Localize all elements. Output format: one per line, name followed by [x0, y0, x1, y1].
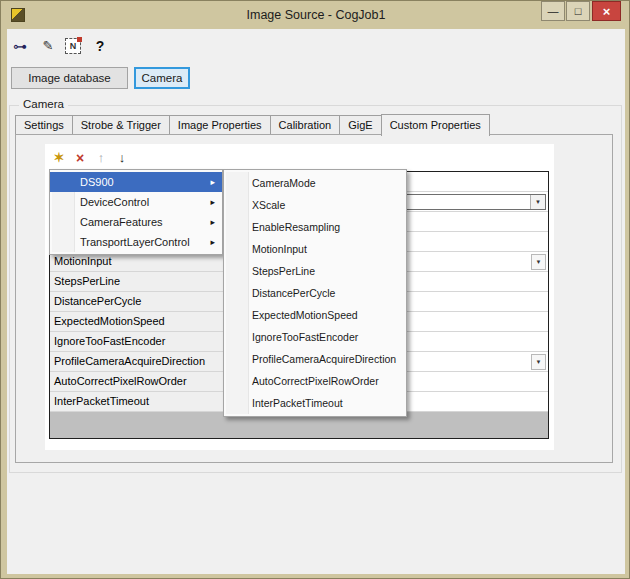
maximize-icon: □	[575, 5, 582, 17]
help-icon[interactable]: ?	[91, 37, 109, 55]
dropdown-arrow-icon: ▼	[536, 359, 542, 365]
submenu-item-xscale[interactable]: XScale	[224, 194, 406, 216]
tab-bar: Settings Strobe & Trigger Image Properti…	[15, 114, 489, 134]
grid-row-name[interactable]: DistancePerCycle	[50, 292, 224, 311]
menu-item-camerafeatures[interactable]: CameraFeatures ▸	[50, 212, 222, 232]
dropdown-arrow-icon: ▼	[536, 259, 542, 265]
submenu-item-enableresampling[interactable]: EnableResampling	[224, 216, 406, 238]
grid-row-name[interactable]: AutoCorrectPixelRowOrder	[50, 372, 224, 391]
tab-calibration[interactable]: Calibration	[270, 115, 341, 134]
tab-gige[interactable]: GigE	[339, 115, 381, 134]
image-source-window: ⊶ ✎ N ? Image database Camera Camera Set…	[0, 0, 630, 579]
add-property-icon[interactable]: ✶	[51, 150, 67, 166]
close-icon: ×	[603, 4, 611, 19]
image-playback-icon[interactable]: N	[65, 38, 81, 54]
camera-button[interactable]: Camera	[134, 67, 190, 89]
close-button[interactable]: ×	[592, 1, 621, 21]
submenu-item-cameramode[interactable]: CameraMode	[224, 172, 406, 194]
combo-dropdown-button[interactable]: ▼	[530, 195, 545, 209]
submenu-item-distancepercycle[interactable]: DistancePerCycle	[224, 282, 406, 304]
menu-item-ds900[interactable]: DS900 ▸	[50, 172, 222, 192]
submenu-item-ignoretoofastencoder[interactable]: IgnoreTooFastEncoder	[224, 326, 406, 348]
grid-row-name[interactable]: ExpectedMotionSpeed	[50, 312, 224, 331]
tab-strobe-trigger[interactable]: Strobe & Trigger	[72, 115, 170, 134]
tab-custom-properties[interactable]: Custom Properties	[381, 114, 490, 136]
tab-image-properties[interactable]: Image Properties	[169, 115, 271, 134]
context-menu: DS900 ▸ DeviceControl ▸ CameraFeatures ▸…	[49, 169, 223, 255]
ds900-submenu: CameraMode XScale EnableResampling Motio…	[223, 169, 407, 417]
submenu-item-autocorrectpixelroworder[interactable]: AutoCorrectPixelRowOrder	[224, 370, 406, 392]
dropdown-arrow-icon: ▼	[535, 199, 541, 205]
grid-row-name[interactable]: ProfileCameraAcquireDirection	[50, 352, 224, 371]
menu-item-label: DS900	[80, 176, 114, 188]
submenu-item-profilecameraacquiredirection[interactable]: ProfileCameraAcquireDirection	[224, 348, 406, 370]
menu-item-label: DeviceControl	[80, 196, 149, 208]
grid-row-name[interactable]: StepsPerLine	[50, 272, 224, 291]
camera-connect-icon[interactable]: ⊶	[11, 37, 29, 55]
grid-row-name[interactable]: IgnoreTooFastEncoder	[50, 332, 224, 351]
menu-item-transportlayercontrol[interactable]: TransportLayerControl ▸	[50, 232, 222, 252]
combo-dropdown-button[interactable]: ▼	[531, 354, 546, 370]
minimize-button[interactable]: —	[541, 1, 565, 21]
minimize-icon: —	[548, 5, 559, 17]
move-down-icon[interactable]: ↓	[114, 150, 130, 166]
submenu-arrow-icon: ▸	[210, 212, 215, 232]
submenu-item-motioninput[interactable]: MotionInput	[224, 238, 406, 260]
delete-property-icon[interactable]: ×	[72, 150, 88, 166]
submenu-item-interpackettimeout[interactable]: InterPacketTimeout	[224, 392, 406, 414]
menu-item-label: CameraFeatures	[80, 216, 163, 228]
camera-groupbox-label: Camera	[19, 98, 68, 110]
live-display-icon[interactable]: ✎	[39, 37, 57, 55]
window-title: Image Source - CogJob1	[1, 1, 630, 29]
submenu-arrow-icon: ▸	[210, 232, 215, 252]
grid-row-name[interactable]: InterPacketTimeout	[50, 392, 224, 411]
tab-settings[interactable]: Settings	[15, 115, 73, 134]
maximize-button[interactable]: □	[566, 1, 590, 21]
submenu-arrow-icon: ▸	[210, 192, 215, 212]
submenu-arrow-icon: ▸	[210, 172, 215, 192]
menu-item-label: TransportLayerControl	[80, 236, 190, 248]
submenu-item-stepsperline[interactable]: StepsPerLine	[224, 260, 406, 282]
titlebar[interactable]: Image Source - CogJob1 — □ ×	[1, 1, 630, 29]
combo-dropdown-button[interactable]: ▼	[531, 254, 546, 270]
image-database-button[interactable]: Image database	[11, 67, 128, 89]
move-up-icon[interactable]: ↑	[93, 150, 109, 166]
menu-item-devicecontrol[interactable]: DeviceControl ▸	[50, 192, 222, 212]
submenu-item-expectedmotionspeed[interactable]: ExpectedMotionSpeed	[224, 304, 406, 326]
